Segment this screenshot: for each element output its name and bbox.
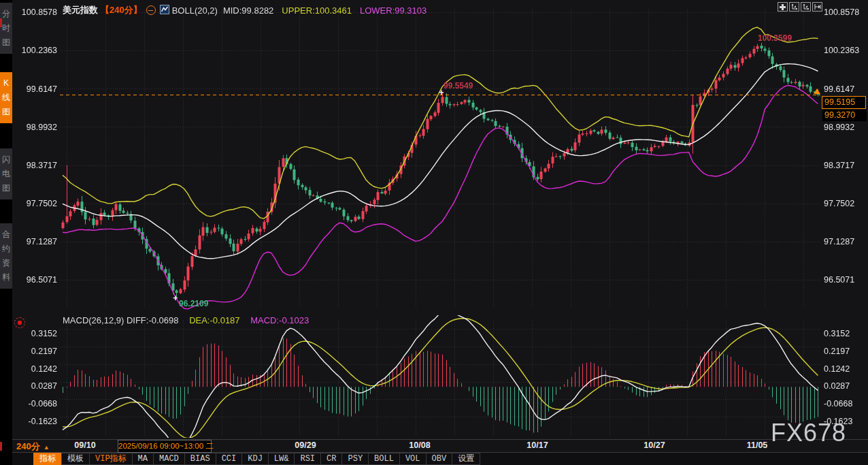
toolbar-item-template[interactable]: 模板 (61, 453, 90, 465)
date-label: 10/08 (409, 440, 430, 450)
toolbar-item-settings[interactable]: 设置 (452, 453, 480, 465)
toolbar-item-vol[interactable]: VOL (399, 453, 427, 465)
collapse-icon[interactable] (146, 5, 156, 15)
period-dropdown-arrow-icon: ▲ (44, 444, 50, 451)
macd-axis-label: 0.3152 (824, 329, 867, 338)
macd-title: MACD(26,12,9) DIFF:-0.0698 (63, 315, 179, 325)
chart-canvas[interactable] (0, 0, 868, 465)
macd-axis-label: 0.1242 (10, 364, 57, 374)
toolbar-item-indicator[interactable]: 指标 (33, 453, 62, 465)
symbol-name: 美元指数 (63, 4, 98, 16)
price-axis-label: 97.7502 (824, 199, 867, 208)
indicator-toolbar: 指标 模板 VIP指标 MA MACD BIAS CCI KDJ LW& RSI… (12, 453, 868, 465)
boll-upper-value: UPPER:100.3461 (282, 5, 352, 16)
macd-axis-label: 0.2197 (824, 347, 867, 356)
sidebar-tab-flash[interactable]: 闪电图 (0, 148, 12, 199)
boll-indicator-label: BOLL(20,2) (172, 5, 218, 16)
sidebar-tab-contract-info[interactable]: 合约资料 (0, 223, 12, 289)
swing-annotation: 99.5549 (444, 81, 473, 91)
extreme-cross-marker: + (439, 89, 444, 96)
price-axis-label: 99.6147 (10, 84, 57, 94)
macd-header: MACD(26,12,9) DIFF:-0.0698 DEA:-0.0187 M… (63, 315, 309, 325)
macd-axis-label: 0.2197 (10, 347, 57, 356)
boll-mid-value: MID:99.8282 (223, 5, 273, 16)
date-label: 11/05 (747, 440, 768, 450)
price-axis-label: 98.3717 (824, 161, 867, 170)
trading-app: 分时图 K线图 闪电图 合约资料 美元指数 【240分】 BOLL(20,2) … (0, 0, 868, 465)
price-axis-label: 97.1287 (824, 237, 867, 246)
alarm-icon[interactable] (14, 317, 25, 328)
sidebar-tab-timeline[interactable]: 分时图 (0, 3, 12, 54)
price-axis-label: 98.3717 (10, 161, 57, 170)
toolbar-item-bias[interactable]: BIAS (184, 453, 216, 465)
indicator-chart-icon (160, 5, 169, 16)
price-axis-label: 100.8578 (824, 7, 867, 17)
toolbar-item-obv[interactable]: OBV (426, 453, 453, 465)
current-price-tag: 99.5195 (822, 96, 866, 109)
price-axis-label: 99.6147 (824, 84, 867, 94)
toolbar-item-kdj[interactable]: KDJ (241, 453, 269, 465)
macd-axis-label: -0.0668 (10, 399, 57, 408)
axis-zoom-out-button[interactable] (801, 2, 811, 12)
sidebar-tab-kline[interactable]: K线图 (0, 72, 12, 123)
macd-axis-label: -0.0668 (824, 399, 867, 408)
price-up-arrow-icon (814, 89, 820, 94)
date-axis-row: 240分▲ 09/10 09/29 10/08 10/17 10/27 11/0… (12, 440, 868, 452)
date-label: 09/29 (295, 440, 316, 450)
date-label: 10/17 (527, 440, 548, 450)
date-label: 10/27 (644, 440, 665, 450)
toolbar-item-rsi[interactable]: RSI (294, 453, 321, 465)
main-chart-header: 美元指数 【240分】 BOLL(20,2) MID:99.8282 UPPER… (63, 4, 427, 16)
macd-axis-label: -0.1623 (10, 417, 57, 426)
macd-axis-label: 0.0287 (10, 381, 57, 391)
toolbar-item-ma[interactable]: MA (132, 453, 154, 465)
price-axis-label: 97.1287 (10, 237, 57, 246)
toolbar-item-cci[interactable]: CCI (216, 453, 243, 465)
sidebar: 分时图 K线图 闪电图 合约资料 (0, 0, 12, 465)
watermark: FX678 (771, 419, 846, 447)
toolbar-item-psy[interactable]: PSY (341, 453, 369, 465)
sidebar-marker-top (0, 18, 2, 27)
toolbar-item-boll[interactable]: BOLL (368, 453, 400, 465)
chart-tool-buttons (778, 2, 824, 12)
secondary-price-label: 99.3270 (822, 110, 867, 121)
price-axis-label: 100.2363 (824, 46, 867, 55)
macd-axis-label: 0.1242 (824, 364, 867, 374)
swing-annotation: 96.2109 (179, 299, 208, 308)
price-axis-label: 100.2363 (10, 46, 57, 55)
extreme-cross-marker: + (173, 295, 178, 302)
boll-lower-value: LOWER:99.3103 (360, 5, 427, 16)
toolbar-item-macd[interactable]: MACD (153, 453, 185, 465)
swing-annotation: 100.3599 (758, 33, 792, 43)
price-axis-label: 100.8578 (10, 7, 57, 17)
crosshair-date-readout: 2025/09/16 09:00~13:00 二 (118, 440, 212, 453)
period-badge: 【240分】 (101, 4, 142, 16)
macd-axis-label: 0.3152 (10, 329, 57, 338)
macd-axis-label: 0.0287 (824, 381, 867, 391)
toolbar-item-lw[interactable]: LW& (268, 453, 295, 465)
go-to-latest-button[interactable] (812, 2, 822, 12)
macd-dea-value: DEA:-0.0187 (189, 315, 239, 325)
price-axis-label: 96.5071 (10, 275, 57, 285)
macd-value: MACD:-0.1023 (250, 315, 309, 325)
price-axis-label: 98.9932 (10, 123, 57, 132)
price-axis-label: 98.9932 (824, 123, 867, 132)
date-label: 09/10 (74, 440, 95, 450)
toolbar-item-cr[interactable]: CR (320, 453, 342, 465)
axis-zoom-in-button[interactable] (789, 2, 799, 12)
toolbar-item-vip-indicator[interactable]: VIP指标 (89, 453, 133, 465)
sidebar-marker-bottom (0, 442, 2, 451)
period-selector[interactable]: 240分▲ (16, 440, 50, 453)
move-tool-button[interactable] (778, 2, 788, 12)
price-axis-label: 96.5071 (824, 275, 867, 285)
price-axis-label: 97.7502 (10, 199, 57, 208)
